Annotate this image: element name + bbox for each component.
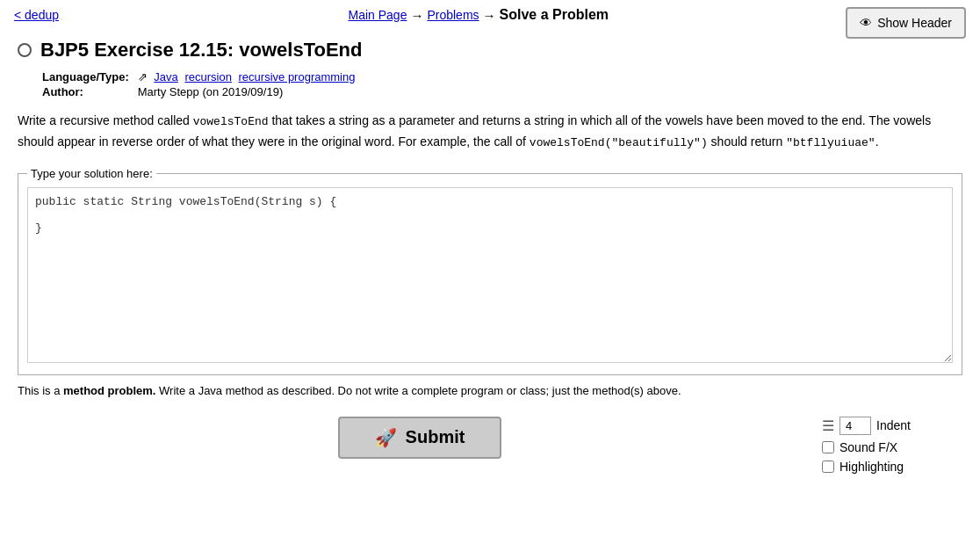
desc-code2: vowelsToEnd("beautifully") [530,136,708,149]
nav-breadcrumb: Main Page → Problems → Solve a Problem [348,7,609,23]
indent-icon: ☰ [822,417,834,434]
problems-link[interactable]: Problems [427,8,479,22]
tag2-link[interactable]: recursive programming [239,70,356,83]
desc-text4: . [876,134,879,149]
footer-note: This is a method problem. Write a Java m… [18,384,962,397]
nav-back[interactable]: < dedup [14,8,59,22]
desc-code1: vowelsToEnd [193,115,269,128]
author-row: Author: Marty Stepp (on 2019/09/19) [42,85,355,98]
sound-fx-label: Sound F/X [839,440,897,454]
show-header-area: 👁 Show Header [846,7,966,39]
sound-fx-checkbox[interactable] [822,441,834,453]
tag1-link[interactable]: recursion [184,70,231,83]
sound-fx-row: Sound F/X [822,440,897,454]
language-link[interactable]: Java [154,70,177,83]
highlighting-checkbox[interactable] [822,461,834,473]
show-header-label: Show Header [877,16,952,30]
submit-section: 🚀 Submit [18,417,822,459]
desc-code3: "btfllyuiuae" [786,136,875,149]
main-page-link[interactable]: Main Page [348,8,407,22]
submit-button[interactable]: 🚀 Submit [338,417,502,459]
author-label: Author: [42,85,136,98]
current-page-label: Solve a Problem [500,7,609,23]
language-icon: ⇗ [138,70,148,83]
right-panel: ☰ Indent Sound F/X Highlighting [822,417,962,474]
arrow1: → [410,8,423,23]
show-header-button[interactable]: 👁 Show Header [846,7,966,39]
footer-text1: This is a [18,384,63,397]
description: Write a recursive method called vowelsTo… [18,111,962,153]
solution-legend: Type your solution here: [27,167,156,180]
solution-fieldset: Type your solution here: [18,167,962,375]
footer-text2: Write a Java method as described. Do not… [155,384,681,397]
eye-icon: 👁 [860,16,872,30]
code-editor[interactable] [27,187,953,363]
desc-text1: Write a recursive method called [18,113,193,127]
desc-text3: should return [708,134,787,149]
bottom-area: 🚀 Submit ☰ Indent Sound F/X Highlighting [0,417,980,491]
rocket-icon: 🚀 [375,427,397,448]
language-value: ⇗ Java recursion recursive programming [138,70,356,83]
meta-table: Language/Type: ⇗ Java recursion recursiv… [40,69,357,100]
back-link[interactable]: < dedup [14,8,59,22]
arrow2: → [483,8,496,23]
footer-emphasis: method problem. [63,384,155,397]
highlighting-row: Highlighting [822,460,904,474]
indent-label: Indent [876,418,911,432]
highlighting-label: Highlighting [839,460,904,474]
top-navigation: < dedup Main Page → Problems → Solve a P… [0,0,980,30]
indent-row: ☰ Indent [822,417,911,435]
page-title: BJP5 Exercise 12.15: vowelsToEnd [40,39,362,62]
indent-input[interactable] [839,417,871,435]
title-row: BJP5 Exercise 12.15: vowelsToEnd [18,39,962,62]
main-content: BJP5 Exercise 12.15: vowelsToEnd Languag… [0,30,980,417]
submit-label: Submit [406,427,465,447]
author-value: Marty Stepp (on 2019/09/19) [138,85,356,98]
language-label: Language/Type: [42,70,136,83]
radio-button[interactable] [18,43,32,57]
language-row: Language/Type: ⇗ Java recursion recursiv… [42,70,355,83]
